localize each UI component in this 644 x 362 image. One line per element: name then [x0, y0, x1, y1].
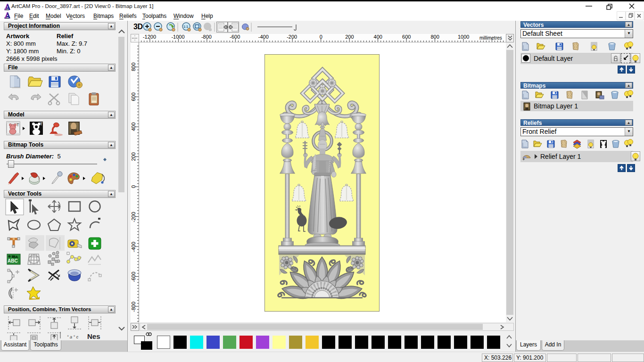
svg-text:400: 400 — [374, 34, 382, 40]
svg-text:T: T — [40, 122, 43, 126]
svg-text:ABC: ABC — [8, 258, 18, 263]
svg-text:1:1: 1:1 — [183, 25, 188, 28]
svg-text:-600: -600 — [230, 34, 240, 40]
svg-text:600: 600 — [131, 92, 136, 101]
svg-text:millimetres: millimetres — [479, 35, 502, 41]
svg-text:200: 200 — [345, 34, 354, 40]
svg-text:-1000: -1000 — [171, 34, 184, 40]
svg-text:-400: -400 — [131, 242, 136, 252]
svg-text:-400: -400 — [258, 34, 269, 40]
svg-text:400: 400 — [131, 123, 136, 131]
svg-text:-600: -600 — [131, 272, 136, 282]
svg-text:0: 0 — [320, 34, 322, 40]
svg-text:-1200: -1200 — [143, 34, 156, 40]
svg-text:800: 800 — [431, 34, 439, 40]
svg-text:1000: 1000 — [458, 34, 469, 40]
svg-text:0: 0 — [131, 185, 136, 188]
svg-text:-200: -200 — [287, 34, 297, 40]
svg-text:200: 200 — [131, 152, 136, 161]
svg-text:-800: -800 — [131, 302, 136, 312]
svg-text:-800: -800 — [201, 34, 212, 40]
svg-text:600: 600 — [402, 34, 411, 40]
svg-text:° a ° c: ° a ° c — [67, 335, 79, 339]
svg-text:T: T — [17, 123, 19, 127]
svg-text:-200: -200 — [131, 212, 136, 222]
svg-text:800: 800 — [131, 63, 136, 71]
svg-text:Nes: Nes — [87, 332, 100, 340]
